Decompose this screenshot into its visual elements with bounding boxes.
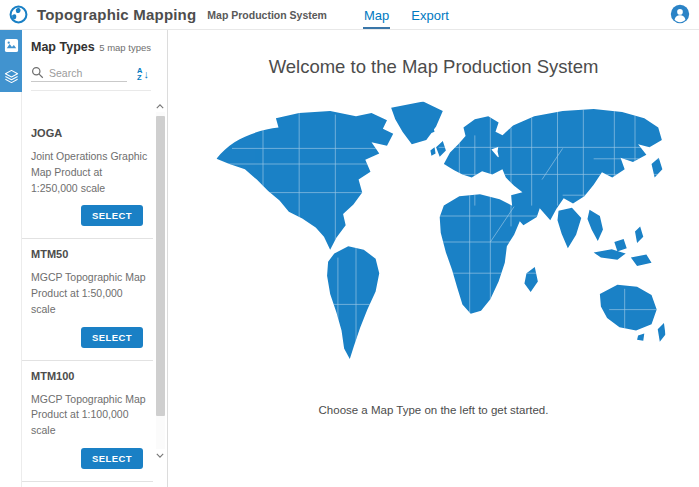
map-types-panel: Map Types 5 map types: [22, 30, 168, 487]
app-subtitle: Map Production System: [207, 9, 327, 21]
sort-a-z-icon[interactable]: A Z ↓: [137, 67, 149, 82]
map-type-item: TM50 Topographic Map Product at 1:50,000…: [22, 481, 153, 487]
panel-scrollbar[interactable]: [154, 100, 166, 461]
helper-text: Choose a Map Type on the left to get sta…: [168, 404, 699, 416]
scrollbar-track[interactable]: [156, 112, 165, 449]
app-window: Topographic Mapping Map Production Syste…: [0, 0, 699, 487]
chevron-up-icon[interactable]: [156, 100, 164, 112]
sort-arrow: ↓: [143, 69, 149, 80]
panel-title: Map Types: [31, 40, 95, 54]
panel-header: Map Types 5 map types: [22, 30, 167, 91]
tab-map[interactable]: Map: [363, 4, 390, 27]
map-type-item: MTM50 MGCP Topographic Map Product at 1:…: [22, 238, 153, 359]
action-bar: [0, 30, 22, 487]
select-button[interactable]: SELECT: [81, 205, 143, 226]
content-row: Map Types 5 map types: [0, 30, 699, 487]
globe-logo-icon: [9, 5, 28, 24]
sort-letter-z: Z: [137, 74, 142, 82]
map-type-list: JOGA Joint Operations Graphic Map Produc…: [22, 118, 153, 487]
world-map-land: [201, 86, 666, 398]
world-map: [201, 86, 666, 398]
map-type-name: MTM50: [31, 248, 145, 260]
tab-export[interactable]: Export: [410, 4, 450, 27]
select-button[interactable]: SELECT: [81, 448, 143, 469]
map-product-icon[interactable]: [0, 30, 22, 61]
welcome-title: Welcome to the Map Production System: [168, 56, 699, 78]
layers-icon[interactable]: [0, 61, 22, 92]
scrollbar-thumb[interactable]: [156, 116, 165, 416]
app-header: Topographic Mapping Map Production Syste…: [0, 0, 699, 30]
map-type-name: JOGA: [31, 127, 145, 139]
map-type-description: MGCP Topographic Map Product at 1:100,00…: [31, 392, 149, 439]
map-type-description: MGCP Topographic Map Product at 1:50,000…: [31, 270, 149, 317]
map-type-count: 5 map types: [99, 42, 151, 53]
chevron-down-icon[interactable]: [156, 449, 164, 461]
select-button[interactable]: SELECT: [81, 327, 143, 348]
search-row: A Z ↓: [31, 66, 151, 91]
main-tabs: Map Export: [363, 0, 450, 30]
search-icon: [31, 66, 44, 79]
action-bar-group: [0, 30, 22, 92]
app-title: Topographic Mapping: [37, 6, 196, 23]
account-icon[interactable]: [670, 4, 690, 24]
map-type-item: MTM100 MGCP Topographic Map Product at 1…: [22, 360, 153, 481]
map-type-description: Joint Operations Graphic Map Product at …: [31, 149, 149, 196]
search-input[interactable]: [49, 67, 123, 79]
map-type-name: MTM100: [31, 370, 145, 382]
map-type-item: JOGA Joint Operations Graphic Map Produc…: [22, 118, 153, 238]
search-box: [31, 66, 127, 82]
main-area: Welcome to the Map Production System: [168, 30, 699, 487]
